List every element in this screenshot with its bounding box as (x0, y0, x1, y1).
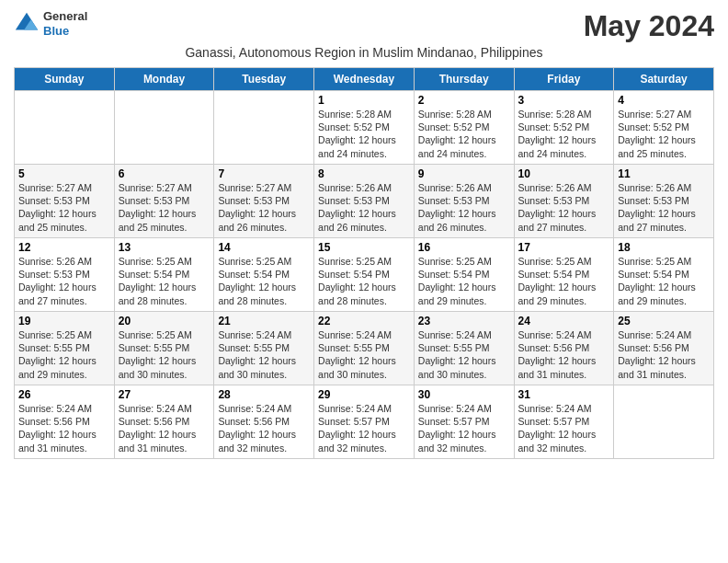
day-info: Sunrise: 5:24 AM Sunset: 5:56 PM Dayligh… (518, 328, 610, 381)
calendar-cell: 27Sunrise: 5:24 AM Sunset: 5:56 PM Dayli… (114, 385, 214, 459)
day-info: Sunrise: 5:26 AM Sunset: 5:53 PM Dayligh… (418, 181, 510, 234)
calendar-cell: 19Sunrise: 5:25 AM Sunset: 5:55 PM Dayli… (15, 312, 115, 385)
calendar-cell: 11Sunrise: 5:26 AM Sunset: 5:53 PM Dayli… (614, 165, 714, 238)
calendar-table: SundayMondayTuesdayWednesdayThursdayFrid… (14, 67, 714, 459)
calendar-cell: 24Sunrise: 5:24 AM Sunset: 5:56 PM Dayli… (514, 312, 614, 385)
calendar-cell (614, 385, 714, 459)
column-header-monday: Monday (114, 68, 214, 91)
day-info: Sunrise: 5:25 AM Sunset: 5:54 PM Dayligh… (618, 255, 710, 307)
day-number: 3 (518, 94, 610, 107)
calendar-week-row: 1Sunrise: 5:28 AM Sunset: 5:52 PM Daylig… (15, 91, 714, 165)
calendar-cell: 10Sunrise: 5:26 AM Sunset: 5:53 PM Dayli… (514, 165, 614, 238)
day-info: Sunrise: 5:25 AM Sunset: 5:55 PM Dayligh… (119, 328, 210, 381)
day-number: 17 (518, 241, 610, 254)
calendar-cell: 12Sunrise: 5:26 AM Sunset: 5:53 PM Dayli… (15, 238, 115, 312)
calendar-cell: 13Sunrise: 5:25 AM Sunset: 5:54 PM Dayli… (114, 238, 214, 312)
calendar-cell: 9Sunrise: 5:26 AM Sunset: 5:53 PM Daylig… (414, 165, 514, 238)
day-info: Sunrise: 5:25 AM Sunset: 5:54 PM Dayligh… (218, 255, 310, 307)
day-info: Sunrise: 5:27 AM Sunset: 5:53 PM Dayligh… (18, 181, 110, 234)
column-header-saturday: Saturday (614, 68, 714, 91)
day-number: 19 (18, 315, 110, 327)
logo: General Blue (14, 9, 87, 38)
calendar-cell: 22Sunrise: 5:24 AM Sunset: 5:55 PM Dayli… (314, 312, 415, 385)
day-number: 18 (618, 241, 710, 254)
calendar-cell: 2Sunrise: 5:28 AM Sunset: 5:52 PM Daylig… (414, 91, 514, 165)
calendar-cell: 20Sunrise: 5:25 AM Sunset: 5:55 PM Dayli… (114, 312, 214, 385)
day-number: 31 (518, 388, 610, 401)
day-info: Sunrise: 5:28 AM Sunset: 5:52 PM Dayligh… (318, 108, 410, 160)
day-number: 4 (618, 94, 710, 107)
day-number: 10 (518, 167, 610, 180)
logo-text: General Blue (43, 9, 87, 38)
day-number: 8 (318, 167, 410, 180)
day-info: Sunrise: 5:28 AM Sunset: 5:52 PM Dayligh… (418, 108, 510, 160)
calendar-cell: 14Sunrise: 5:25 AM Sunset: 5:54 PM Dayli… (214, 238, 314, 312)
column-header-friday: Friday (514, 68, 614, 91)
day-info: Sunrise: 5:25 AM Sunset: 5:54 PM Dayligh… (119, 255, 210, 307)
calendar-cell: 29Sunrise: 5:24 AM Sunset: 5:57 PM Dayli… (314, 385, 415, 459)
column-header-thursday: Thursday (414, 68, 514, 91)
calendar-cell: 8Sunrise: 5:26 AM Sunset: 5:53 PM Daylig… (314, 165, 415, 238)
calendar-cell: 31Sunrise: 5:24 AM Sunset: 5:57 PM Dayli… (514, 385, 614, 459)
day-number: 1 (318, 94, 410, 107)
calendar-cell (214, 91, 314, 165)
day-info: Sunrise: 5:25 AM Sunset: 5:54 PM Dayligh… (318, 255, 410, 307)
day-info: Sunrise: 5:27 AM Sunset: 5:53 PM Dayligh… (218, 181, 310, 234)
day-info: Sunrise: 5:24 AM Sunset: 5:56 PM Dayligh… (119, 402, 210, 454)
day-number: 11 (618, 167, 710, 180)
day-number: 20 (119, 315, 210, 327)
day-info: Sunrise: 5:25 AM Sunset: 5:54 PM Dayligh… (418, 255, 510, 307)
day-number: 13 (119, 241, 210, 254)
calendar-week-row: 26Sunrise: 5:24 AM Sunset: 5:56 PM Dayli… (15, 385, 714, 459)
day-info: Sunrise: 5:26 AM Sunset: 5:53 PM Dayligh… (618, 181, 710, 234)
column-header-wednesday: Wednesday (314, 68, 415, 91)
calendar-cell: 28Sunrise: 5:24 AM Sunset: 5:56 PM Dayli… (214, 385, 314, 459)
day-number: 6 (119, 167, 210, 180)
calendar-cell: 1Sunrise: 5:28 AM Sunset: 5:52 PM Daylig… (314, 91, 415, 165)
day-info: Sunrise: 5:26 AM Sunset: 5:53 PM Dayligh… (518, 181, 610, 234)
day-info: Sunrise: 5:24 AM Sunset: 5:57 PM Dayligh… (318, 402, 410, 454)
day-info: Sunrise: 5:25 AM Sunset: 5:55 PM Dayligh… (18, 328, 110, 381)
day-number: 24 (518, 315, 610, 327)
calendar-cell: 30Sunrise: 5:24 AM Sunset: 5:57 PM Dayli… (414, 385, 514, 459)
day-info: Sunrise: 5:28 AM Sunset: 5:52 PM Dayligh… (518, 108, 610, 160)
day-info: Sunrise: 5:26 AM Sunset: 5:53 PM Dayligh… (318, 181, 410, 234)
day-info: Sunrise: 5:27 AM Sunset: 5:53 PM Dayligh… (119, 181, 210, 234)
day-number: 30 (418, 388, 510, 401)
day-number: 15 (318, 241, 410, 254)
calendar-cell: 7Sunrise: 5:27 AM Sunset: 5:53 PM Daylig… (214, 165, 314, 238)
calendar-subtitle: Ganassi, Autonomous Region in Muslim Min… (14, 45, 714, 60)
calendar-cell: 3Sunrise: 5:28 AM Sunset: 5:52 PM Daylig… (514, 91, 614, 165)
day-number: 14 (218, 241, 310, 254)
day-number: 9 (418, 167, 510, 180)
day-info: Sunrise: 5:27 AM Sunset: 5:52 PM Dayligh… (618, 108, 710, 160)
calendar-cell: 23Sunrise: 5:24 AM Sunset: 5:55 PM Dayli… (414, 312, 514, 385)
logo-icon (14, 11, 40, 37)
calendar-week-row: 19Sunrise: 5:25 AM Sunset: 5:55 PM Dayli… (15, 312, 714, 385)
day-number: 29 (318, 388, 410, 401)
day-info: Sunrise: 5:24 AM Sunset: 5:56 PM Dayligh… (618, 328, 710, 381)
calendar-cell: 25Sunrise: 5:24 AM Sunset: 5:56 PM Dayli… (614, 312, 714, 385)
calendar-cell: 6Sunrise: 5:27 AM Sunset: 5:53 PM Daylig… (114, 165, 214, 238)
calendar-cell: 26Sunrise: 5:24 AM Sunset: 5:56 PM Dayli… (15, 385, 115, 459)
day-number: 25 (618, 315, 710, 327)
day-info: Sunrise: 5:24 AM Sunset: 5:55 PM Dayligh… (218, 328, 310, 381)
day-number: 27 (119, 388, 210, 401)
day-info: Sunrise: 5:24 AM Sunset: 5:57 PM Dayligh… (418, 402, 510, 454)
column-header-sunday: Sunday (15, 68, 115, 91)
day-number: 16 (418, 241, 510, 254)
calendar-cell (114, 91, 214, 165)
day-info: Sunrise: 5:24 AM Sunset: 5:55 PM Dayligh… (318, 328, 410, 381)
calendar-cell: 16Sunrise: 5:25 AM Sunset: 5:54 PM Dayli… (414, 238, 514, 312)
day-number: 5 (18, 167, 110, 180)
calendar-cell: 15Sunrise: 5:25 AM Sunset: 5:54 PM Dayli… (314, 238, 415, 312)
day-info: Sunrise: 5:24 AM Sunset: 5:56 PM Dayligh… (218, 402, 310, 454)
calendar-cell: 18Sunrise: 5:25 AM Sunset: 5:54 PM Dayli… (614, 238, 714, 312)
day-number: 7 (218, 167, 310, 180)
day-info: Sunrise: 5:24 AM Sunset: 5:56 PM Dayligh… (18, 402, 110, 454)
day-number: 12 (18, 241, 110, 254)
day-info: Sunrise: 5:26 AM Sunset: 5:53 PM Dayligh… (18, 255, 110, 307)
day-number: 2 (418, 94, 510, 107)
day-number: 23 (418, 315, 510, 327)
day-number: 22 (318, 315, 410, 327)
